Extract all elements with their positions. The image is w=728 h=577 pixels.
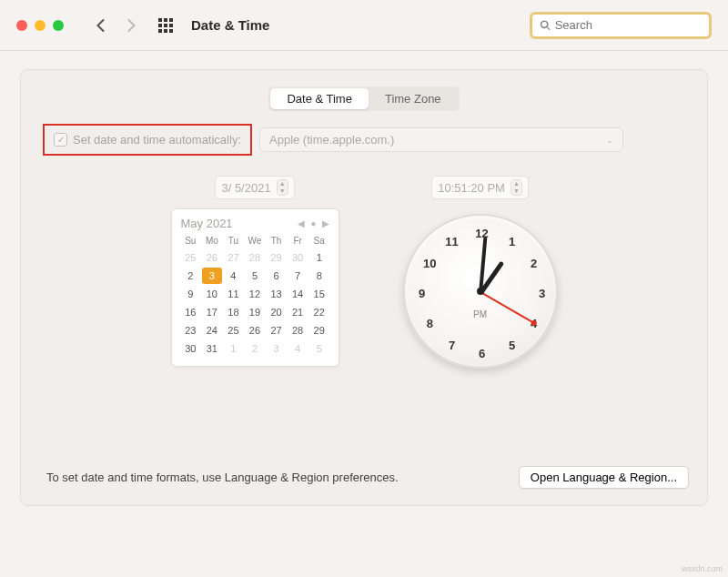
window-title: Date & Time [191,17,269,33]
calendar-day[interactable]: 28 [288,322,308,339]
chevron-down-icon: ⌄ [606,136,613,145]
calendar-day[interactable]: 25 [224,322,244,339]
calendar-day[interactable]: 18 [224,304,244,320]
analog-clock: 121234567891011 PM [403,214,558,369]
calendar-day-other[interactable]: 3 [267,340,287,357]
calendar-title: May 2021 [181,217,233,230]
watermark: wsxdn.com [682,564,723,573]
clock-number: 5 [509,339,515,352]
date-stepper[interactable]: 3/ 5/2021 ▲▼ [215,176,294,199]
clock-number: 11 [445,234,458,248]
calendar-day[interactable]: 13 [267,286,287,302]
panel-footer: To set date and time formats, use Langua… [39,466,689,489]
calendar-day-header: Tu [224,234,244,248]
calendar-day-header: Mo [202,234,222,248]
calendar-day-other[interactable]: 5 [309,340,329,357]
date-stepper-control[interactable]: ▲▼ [277,179,288,196]
calendar-day[interactable]: 30 [181,340,201,357]
toolbar: Date & Time [0,0,728,51]
calendar-day[interactable]: 27 [267,322,287,339]
calendar-day-header: Fr [288,234,308,248]
show-all-icon[interactable] [153,13,178,38]
calendar-day-other[interactable]: 26 [202,249,222,266]
calendar-day-other[interactable]: 4 [288,340,308,357]
auto-checkbox-label: Set date and time automatically: [73,133,241,147]
calendar-day[interactable]: 10 [202,286,222,302]
calendar-day[interactable]: 16 [181,304,201,320]
calendar-prev-button[interactable]: ◀ [298,218,305,228]
calendar-day[interactable]: 23 [181,322,201,339]
calendar-day[interactable]: 19 [245,304,265,320]
calendar-day[interactable]: 20 [267,304,287,320]
zoom-window-button[interactable] [53,20,64,31]
content-area: Date & Time Time Zone ✓ Set date and tim… [0,51,728,519]
auto-checkbox[interactable]: ✓ [54,133,67,147]
calendar-day[interactable]: 3 [202,268,222,284]
calendar-day[interactable]: 12 [245,286,265,302]
calendar-day[interactable]: 26 [245,322,265,339]
tab-date-time[interactable]: Date & Time [270,88,369,109]
calendar-day-other[interactable]: 27 [224,249,244,266]
clock-center [477,288,484,295]
calendar-next-button[interactable]: ▶ [322,218,329,228]
search-field-wrap[interactable] [530,12,712,39]
footer-text: To set date and time formats, use Langua… [46,471,399,484]
columns: 3/ 5/2021 ▲▼ May 2021 ◀ ● ▶ SuMoTuWeThFr… [39,176,689,369]
date-value: 3/ 5/2021 [221,181,270,195]
search-icon [540,19,551,32]
calendar-day[interactable]: 6 [267,268,287,284]
calendar-day-other[interactable]: 2 [245,340,265,357]
calendar-day[interactable]: 14 [288,286,308,302]
forward-button[interactable] [118,13,144,38]
calendar-day[interactable]: 1 [309,249,329,266]
window-controls [16,20,64,31]
calendar-day[interactable]: 8 [309,268,329,284]
calendar-today-button[interactable]: ● [310,218,316,228]
close-window-button[interactable] [16,20,27,31]
open-language-region-button[interactable]: Open Language & Region... [519,466,689,489]
calendar-day-header: Sa [309,234,329,248]
back-button[interactable] [87,13,113,38]
clock-number: 3 [539,287,545,300]
calendar-day[interactable]: 4 [224,268,244,284]
auto-row: ✓ Set date and time automatically: Apple… [39,124,689,156]
calendar-day[interactable]: 9 [181,286,201,302]
calendar: May 2021 ◀ ● ▶ SuMoTuWeThFrSa25262728293… [171,208,339,367]
clock-number: 10 [423,257,436,270]
calendar-day[interactable]: 17 [202,304,222,320]
calendar-grid: SuMoTuWeThFrSa25262728293012345678910111… [181,234,329,357]
calendar-day[interactable]: 21 [288,304,308,320]
calendar-day[interactable]: 7 [288,268,308,284]
calendar-nav: ◀ ● ▶ [298,218,329,228]
minimize-window-button[interactable] [35,20,46,31]
calendar-day[interactable]: 11 [224,286,244,302]
calendar-day-other[interactable]: 25 [181,249,201,266]
time-value: 10:51:20 PM [438,181,505,195]
clock-number: 2 [531,257,537,270]
calendar-day-other[interactable]: 29 [267,249,287,266]
time-server-value: Apple (time.apple.com.) [269,133,394,147]
calendar-day[interactable]: 5 [245,268,265,284]
calendar-day-other[interactable]: 28 [245,249,265,266]
calendar-day-header: We [245,234,265,248]
calendar-day-header: Th [267,234,287,248]
calendar-day-header: Su [181,234,201,248]
calendar-day[interactable]: 29 [309,322,329,339]
clock-number: 8 [427,317,433,330]
calendar-day[interactable]: 24 [202,322,222,339]
calendar-day-other[interactable]: 30 [288,249,308,266]
calendar-day[interactable]: 22 [309,304,329,320]
calendar-day[interactable]: 15 [309,286,329,302]
time-server-select[interactable]: Apple (time.apple.com.) ⌄ [259,127,623,152]
calendar-day-other[interactable]: 1 [224,340,244,357]
calendar-day[interactable]: 31 [202,340,222,357]
clock-ampm: PM [473,309,487,319]
clock-number: 9 [419,287,425,300]
time-stepper-control[interactable]: ▲▼ [511,179,522,196]
tab-time-zone[interactable]: Time Zone [369,88,458,109]
calendar-day[interactable]: 2 [181,268,201,284]
search-input[interactable] [555,18,702,32]
time-stepper[interactable]: 10:51:20 PM ▲▼ [431,176,529,199]
clock-number: 1 [509,234,515,248]
time-column: 10:51:20 PM ▲▼ 121234567891011 PM [403,176,558,369]
